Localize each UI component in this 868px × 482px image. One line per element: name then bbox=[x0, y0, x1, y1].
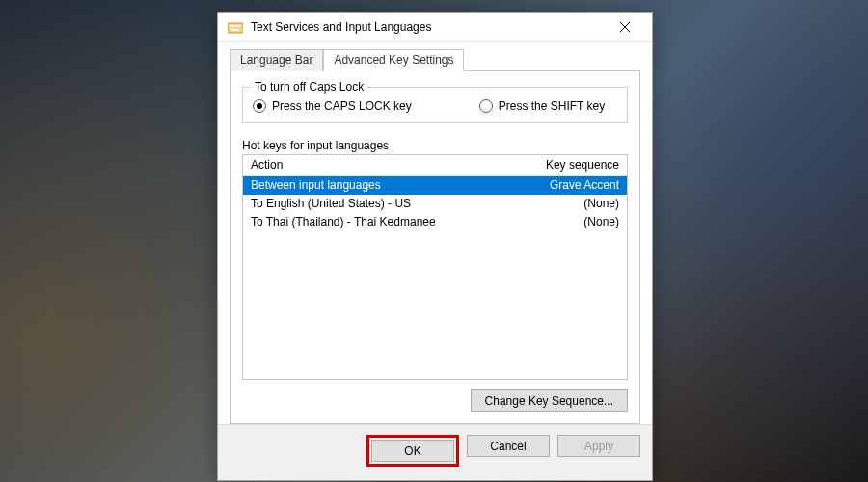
app-icon bbox=[228, 19, 243, 35]
close-button[interactable] bbox=[606, 14, 644, 40]
svg-rect-5 bbox=[231, 29, 239, 31]
svg-rect-2 bbox=[232, 25, 234, 27]
col-header-keyseq: Key sequence bbox=[513, 158, 619, 172]
close-icon bbox=[620, 22, 630, 32]
capslock-legend: To turn off Caps Lock bbox=[251, 80, 367, 94]
listview-rows: Between input languagesGrave AccentTo En… bbox=[243, 176, 627, 379]
desktop-background: Text Services and Input Languages Langua… bbox=[0, 0, 868, 482]
apply-button[interactable]: Apply bbox=[557, 435, 640, 457]
ok-button[interactable]: OK bbox=[371, 440, 454, 462]
hotkeys-listview[interactable]: Action Key sequence Between input langua… bbox=[242, 154, 628, 380]
svg-rect-1 bbox=[230, 25, 231, 27]
tabstrip: Language Bar Advanced Key Settings bbox=[230, 48, 640, 70]
radio-label: Press the SHIFT key bbox=[499, 99, 605, 113]
tab-language-bar[interactable]: Language Bar bbox=[230, 49, 323, 71]
list-item[interactable]: To Thai (Thailand) - Thai Kedmanee(None) bbox=[243, 213, 627, 231]
svg-rect-3 bbox=[235, 25, 237, 27]
ok-highlight: OK bbox=[366, 435, 459, 467]
radio-capslock-key[interactable]: Press the CAPS LOCK key bbox=[253, 99, 412, 113]
list-item-keyseq: Grave Accent bbox=[513, 177, 619, 193]
titlebar: Text Services and Input Languages bbox=[218, 13, 652, 42]
hotkeys-label: Hot keys for input languages bbox=[242, 139, 628, 152]
radio-icon bbox=[253, 99, 266, 113]
listview-header: Action Key sequence bbox=[243, 155, 627, 176]
svg-rect-0 bbox=[228, 23, 243, 33]
radio-shift-key[interactable]: Press the SHIFT key bbox=[479, 99, 605, 113]
svg-rect-4 bbox=[238, 25, 240, 27]
radio-icon bbox=[479, 99, 493, 113]
text-services-dialog: Text Services and Input Languages Langua… bbox=[217, 12, 653, 481]
list-item-action: To Thai (Thailand) - Thai Kedmanee bbox=[251, 214, 513, 229]
window-title: Text Services and Input Languages bbox=[251, 20, 606, 34]
list-item[interactable]: To English (United States) - US(None) bbox=[243, 195, 627, 213]
list-item-keyseq: (None) bbox=[513, 214, 619, 229]
tab-advanced-key-settings[interactable]: Advanced Key Settings bbox=[323, 49, 464, 71]
list-item[interactable]: Between input languagesGrave Accent bbox=[243, 176, 627, 195]
change-key-sequence-button[interactable]: Change Key Sequence... bbox=[471, 389, 628, 412]
dialog-footer: OK Cancel Apply bbox=[218, 424, 652, 480]
capslock-groupbox: To turn off Caps Lock Press the CAPS LOC… bbox=[242, 87, 628, 123]
list-item-action: Between input languages bbox=[251, 177, 513, 193]
cancel-button[interactable]: Cancel bbox=[467, 435, 550, 457]
tab-panel-advanced: To turn off Caps Lock Press the CAPS LOC… bbox=[230, 70, 640, 424]
list-item-action: To English (United States) - US bbox=[251, 196, 513, 211]
radio-label: Press the CAPS LOCK key bbox=[272, 99, 412, 113]
dialog-body: Language Bar Advanced Key Settings To tu… bbox=[218, 42, 652, 424]
list-item-keyseq: (None) bbox=[513, 196, 619, 211]
col-header-action: Action bbox=[251, 158, 513, 172]
